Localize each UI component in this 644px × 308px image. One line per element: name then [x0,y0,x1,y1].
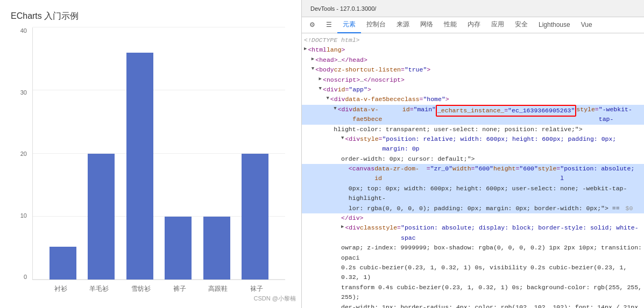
html-line-der-width: der-width: 1px; border-radius: 4px; colo… [302,303,644,308]
html-line-div-tooltip: ▶ <div class style="position: absolute; … [302,223,644,243]
devtools-topbar: DevTools - 127.0.1.3000/ [302,0,644,17]
y-axis: 40 30 20 10 0 [11,27,30,280]
devtools-tab-icon2[interactable]: ☰ [321,17,337,33]
html-line-div-app: ▼ <div id="app"> [302,85,644,95]
x-label-衬衫: 衬衫 [54,284,67,293]
devtools-tab-network[interactable]: 网络 [415,17,438,33]
devtools-tab-security[interactable]: 安全 [509,17,533,33]
html-line-div-main: ▼ <div data-v-fae5bece id="main" _echart… [302,105,644,125]
y-label-40: 40 [20,27,27,34]
devtools-tab-icon1[interactable]: ⚙ [304,17,321,33]
y-label-0: 0 [24,274,27,280]
watermark: CSDN @小黎楠 [254,295,296,303]
devtools-address: DevTools - 127.0.1.3000/ [306,5,380,12]
devtools-panel: DevTools - 127.0.1.3000/ ⚙☰元素控制台来源网络性能内存… [301,0,644,308]
chart-body [32,27,285,280]
html-line-div-style: ▼ <div style="position: relative; width:… [302,134,644,154]
bar-袜子 [242,154,268,280]
chart-panel: ECharts 入门示例 40 30 20 10 0 衬衫羊毛衫雪纺衫裤子高跟鞋… [0,0,301,308]
html-line-canvas2: 0px; top: 0px; width: 600px; height: 600… [302,184,644,204]
html-line-doctype: <!DOCTYPE html> [302,35,644,45]
html-line-div-home: ▼ <div data-v-fae5bece class="home"> [302,95,644,104]
bar-羊毛衫 [88,154,115,280]
html-line-hlight: hlight-color: transparent; user-select: … [302,125,644,134]
html-line-canvas3: lor: rgba(0, 0, 0, 0); padding: 0px; mar… [302,204,644,213]
bar-高跟鞋 [203,217,230,280]
devtools-tab-console[interactable]: 控制台 [361,17,391,33]
html-line-head: ▶ <head>…</head> [302,55,644,65]
bar-衬衫 [49,247,76,280]
devtools-content: <!DOCTYPE html> ▶ <html lang> ▶ <head>…<… [302,33,644,308]
devtools-tab-sources[interactable]: 来源 [391,17,415,33]
html-line-body: ▼ <body cz-shortcut-listen="true"> [302,65,644,75]
x-labels: 衬衫羊毛衫雪纺衫裤子高跟鞋袜子 [32,281,285,296]
chart-area: 40 30 20 10 0 衬衫羊毛衫雪纺衫裤子高跟鞋袜子 [11,27,291,296]
y-label-10: 10 [20,212,27,219]
x-label-裤子: 裤子 [173,284,186,293]
devtools-tab-vue[interactable]: Vue [576,17,598,33]
x-label-羊毛衫: 羊毛衫 [89,284,109,293]
x-label-高跟鞋: 高跟鞋 [208,284,228,293]
y-label-20: 20 [20,151,27,157]
devtools-tab-application[interactable]: 应用 [486,17,509,33]
x-label-袜子: 袜子 [250,284,263,293]
html-line-transition: 0.2s cubic-bezier(0.23, 1, 0.32, 1) 0s, … [302,263,644,283]
devtools-tab-memory[interactable]: 内存 [462,17,486,33]
html-line-order-width: order-width: 0px; cursor: default;"> [302,154,644,164]
devtools-tab-performance[interactable]: 性能 [438,17,462,33]
devtools-tab-elements[interactable]: 元素 [337,17,361,33]
html-line-canvas: <canvas data-zr-dom-id="zr_0" width="600… [302,164,644,184]
bar-裤子 [165,217,192,280]
devtools-tabs[interactable]: ⚙☰元素控制台来源网络性能内存应用安全LighthouseVue [302,17,644,33]
x-label-雪纺衫: 雪纺衫 [131,284,151,293]
devtools-tab-lighthouse[interactable]: Lighthouse [533,17,576,33]
y-label-30: 30 [20,89,27,96]
bars-container [33,27,285,280]
html-line-owrap: owrap; z-index: 9999999; box-shadow: rgb… [302,243,644,263]
chart-title: ECharts 入门示例 [11,11,291,22]
html-line-noscript: ▶ <noscript>…</noscript> [302,75,644,85]
html-line-div-close1: </div> [302,213,644,223]
html-line-html: ▶ <html lang> [302,45,644,55]
html-line-transform: transform 0.4s cubic-bezier(0.23, 1, 0.3… [302,283,644,303]
bar-雪纺衫 [126,53,153,280]
